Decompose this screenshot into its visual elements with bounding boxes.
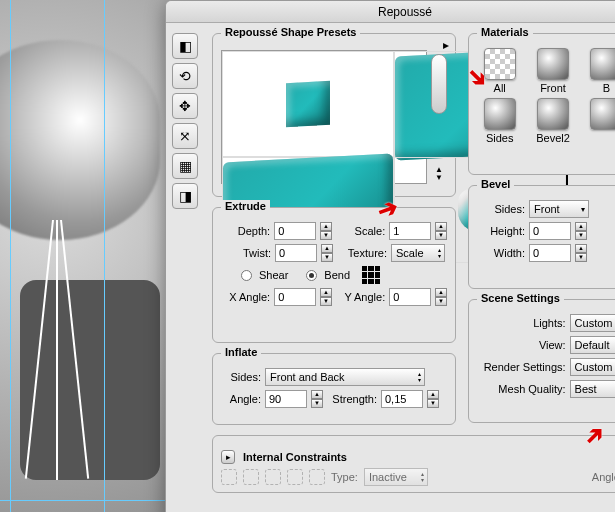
materials-section: Materials All Front B Sides Bevel2 [468,33,615,175]
guide-vertical [10,0,11,512]
bevel-height-stepper[interactable]: ▲▼ [575,222,587,240]
lights-label: Lights: [477,317,566,329]
grid-icon[interactable] [362,266,380,284]
inflate-angle-input[interactable] [265,390,307,408]
yangle-input[interactable] [389,288,431,306]
bevel-width-label: Width: [477,247,525,259]
shear-label: Shear [259,269,288,281]
bevel-height-input[interactable] [529,222,571,240]
xangle-stepper[interactable]: ▲▼ [320,288,332,306]
materials-title: Materials [477,26,533,38]
scale-stepper[interactable]: ▲▼ [435,222,447,240]
repousse-dialog: Repoussé ◧ ⟲ ✥ ⤧ ▦ ◨ Repoussé Shape Pres… [165,0,615,512]
strength-label: Strength: [327,393,377,405]
bevel-height-label: Height: [477,225,525,237]
scale-input[interactable] [389,222,431,240]
bevel-title: Bevel [477,178,514,190]
inflate-angle-stepper[interactable]: ▲▼ [311,390,323,408]
texture-label: Texture: [337,247,387,259]
material-b[interactable]: B [584,48,615,94]
inflate-sides-select[interactable]: Front and Back [265,368,425,386]
xangle-input[interactable] [274,288,316,306]
constraint-angle-label: Angle: [592,471,615,483]
extrude-section: Extrude Depth: ▲▼ Scale: ▲▼ Twist: ▲▼ Te… [212,207,456,343]
preset-scroll-arrows[interactable]: ▲▼ [431,166,447,182]
select-tool[interactable]: ◧ [172,33,198,59]
scene-title: Scene Settings [477,292,564,304]
constraint-tool[interactable] [265,469,281,485]
bevel-width-stepper[interactable]: ▲▼ [575,244,587,262]
constraint-tool[interactable] [287,469,303,485]
toolbar: ◧ ⟲ ✥ ⤧ ▦ ◨ [172,33,202,213]
texture-select[interactable]: Scale [391,244,445,262]
material-front[interactable]: Front [530,48,575,94]
depth-label: Depth: [221,225,270,237]
presets-section: Repoussé Shape Presets ▸ ▲▼ [212,33,456,197]
wireframe-line [56,220,58,480]
constraint-type-select[interactable]: Inactive [364,468,428,486]
material-all[interactable]: All [477,48,522,94]
model-shape [0,40,160,240]
inflate-strength-input[interactable] [381,390,423,408]
twist-label: Twist: [221,247,271,259]
constraint-tool[interactable] [309,469,325,485]
disclosure-toggle[interactable]: ▸ [221,450,235,464]
preset-scrollbar[interactable] [431,54,447,114]
bevel-width-input[interactable] [529,244,571,262]
yangle-label: Y Angle: [336,291,385,303]
mesh-label: Mesh Quality: [477,383,566,395]
presets-title: Repoussé Shape Presets [221,26,360,38]
depth-input[interactable] [274,222,316,240]
bend-radio[interactable] [306,270,317,281]
shear-radio[interactable] [241,270,252,281]
lights-select[interactable]: Custom [570,314,615,332]
material-sides[interactable]: Sides [477,98,522,144]
preset-grid [221,50,427,184]
constraint-tool[interactable] [243,469,259,485]
rotate-tool[interactable]: ⟲ [172,63,198,89]
scale-label: Scale: [336,225,385,237]
constraints-section: ▸ Internal Constraints Type: Inactive An… [212,435,615,493]
yangle-stepper[interactable]: ▲▼ [435,288,447,306]
bevel-section: Bevel Sides:Front Height:▲▼ Width:▲▼ [468,185,615,289]
scale-tool[interactable]: ⤧ [172,123,198,149]
type-label: Type: [331,471,358,483]
twist-stepper[interactable]: ▲▼ [321,244,333,262]
bevel-sides-label: Sides: [477,203,525,215]
scene-section: Scene Settings Lights:Custom View:Defaul… [468,299,615,423]
angle-label: Angle: [221,393,261,405]
view-label: View: [477,339,566,351]
render-select[interactable]: Custom [570,358,615,376]
sides-label: Sides: [221,371,261,383]
bend-label: Bend [324,269,350,281]
cube-tool[interactable]: ◨ [172,183,198,209]
dialog-title: Repoussé [166,1,615,23]
model-base [20,280,160,480]
constraints-title: Internal Constraints [243,451,347,463]
render-label: Render Settings: [477,361,566,373]
material-extra[interactable] [584,98,615,144]
extrude-title: Extrude [221,200,270,212]
inflate-section: Inflate Sides: Front and Back Angle: ▲▼ … [212,353,456,425]
twist-input[interactable] [275,244,317,262]
bevel-sides-select[interactable]: Front [529,200,589,218]
inflate-strength-stepper[interactable]: ▲▼ [427,390,439,408]
guide-vertical [104,0,105,512]
preset-item[interactable] [222,51,394,157]
preset-menu-icon[interactable]: ▸ [443,38,449,52]
view-select[interactable]: Default [570,336,615,354]
xangle-label: X Angle: [221,291,270,303]
material-bevel2[interactable]: Bevel2 [530,98,575,144]
move-tool[interactable]: ✥ [172,93,198,119]
inflate-title: Inflate [221,346,261,358]
constraint-tool[interactable] [221,469,237,485]
mesh-tool[interactable]: ▦ [172,153,198,179]
depth-stepper[interactable]: ▲▼ [320,222,332,240]
mesh-select[interactable]: Best [570,380,615,398]
